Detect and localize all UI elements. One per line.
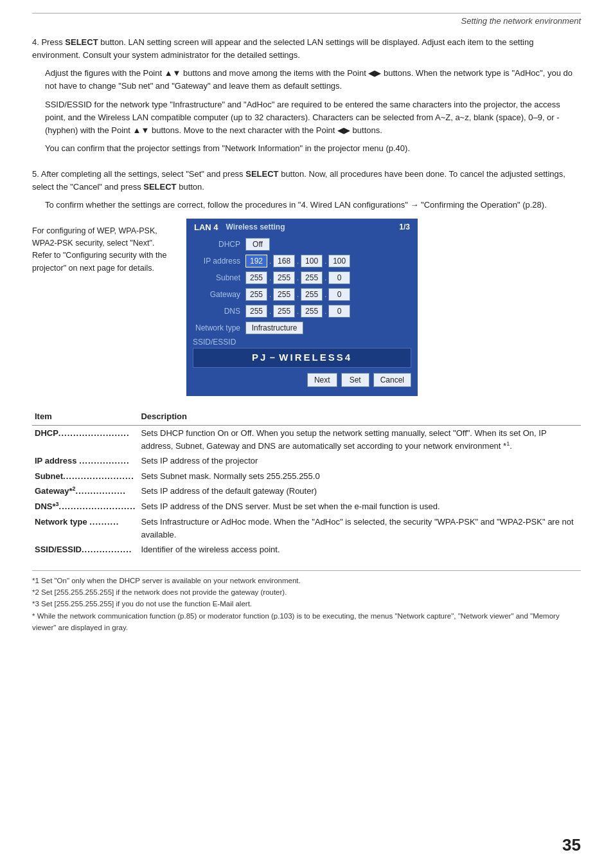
dns-octet-2[interactable]: 255 [273,305,295,318]
lan-label-ip: IP address [188,257,245,266]
lan-row-dns: DNS 255 . 255 . 255 . 0 [188,303,416,320]
table-row: Network type .......... Sets Infrastruct… [32,514,581,542]
desc-table-section: Item Description DHCP...................… [32,409,581,557]
footnotes: *1 Set "On" only when the DHCP server is… [32,570,581,634]
lan-label-dhcp: DHCP [188,240,245,249]
gw-octet-1[interactable]: 255 [245,288,267,301]
step4-para4: You can confirm that the projector setti… [45,142,581,155]
lan-label-dns: DNS [188,307,245,316]
item-dhcp: DHCP........................ [32,426,138,454]
footnote-3: *3 Set [255.255.255.255] if you do not u… [32,598,581,610]
lan-row-gateway: Gateway 255 . 255 . 255 . 0 [188,286,416,303]
subnet-octet-3[interactable]: 255 [301,271,323,284]
col-item-header: Item [32,409,138,426]
lan-row-subnet: Subnet 255 . 255 . 255 . 0 [188,269,416,286]
lan-panel-title: LAN 4 [194,222,218,232]
desc-subnet: Sets Subnet mask. Normally sets 255.255.… [138,469,581,484]
step5-para2: To confirm whether the settings are corr… [45,199,581,212]
subnet-octet-2[interactable]: 255 [273,271,295,284]
cancel-button[interactable]: Cancel [373,373,411,387]
lan-footer: Next Set Cancel [188,369,416,391]
desc-table: Item Description DHCP...................… [32,409,581,557]
lan-label-gateway: Gateway [188,290,245,299]
table-row: Subnet........................ Sets Subn… [32,469,581,484]
step4-para2: Adjust the figures with the Point ▲▼ but… [45,67,581,93]
col-desc-header: Description [138,409,581,426]
footnote-2: *2 Set [255.255.255.255] if the network … [32,586,581,598]
item-ssid: SSID/ESSID................. [32,542,138,557]
lan-value-dhcp: Off [245,238,270,251]
step5-content-row: For configuring of WEP, WPA-PSK, WPA2-PS… [32,219,581,396]
ssid-value[interactable]: PJ－WIRELESS4 [193,348,411,368]
item-gateway: Gateway*2................. [32,484,138,499]
ip-octet-4[interactable]: 100 [328,255,350,267]
set-button[interactable]: Set [341,373,369,387]
ip-octet-1[interactable]: 192 [245,255,267,267]
lan-label-ssid: SSID/ESSID [193,338,411,347]
lan-row-network-type: Network type Infrastructure [188,320,416,336]
table-row: DHCP........................ Sets DHCP f… [32,426,581,454]
table-row: DNS*3.......................... Sets IP … [32,499,581,514]
lan-panel-body: DHCP Off IP address 192 . 168 . [188,235,416,395]
table-row: IP address ................. Sets IP add… [32,453,581,469]
table-row: SSID/ESSID................. Identifier o… [32,542,581,557]
ip-octet-3[interactable]: 100 [301,255,323,267]
step4-para3: SSID/ESSID for the network type "Infrast… [45,98,581,137]
lan-row-ip: IP address 192 . 168 . 100 . 100 [188,253,416,269]
table-row: Gateway*2................. Sets IP addre… [32,484,581,499]
step4-para1: 4. Press SELECT button. LAN setting scre… [32,36,581,62]
lan-panel-subtitle: Wireless setting [226,222,400,231]
desc-ssid: Identifier of the wireless access point. [138,542,581,557]
dns-octet-3[interactable]: 255 [301,305,323,318]
table-header-row: Item Description [32,409,581,426]
lan-value-subnet: 255 . 255 . 255 . 0 [245,271,350,284]
step4-section: 4. Press SELECT button. LAN setting scre… [32,36,581,155]
next-button[interactable]: Next [307,373,337,387]
page-number: 35 [562,835,581,855]
footnote-4: * While the network communication functi… [32,610,581,634]
subnet-octet-4[interactable]: 0 [328,271,350,284]
dns-octet-1[interactable]: 255 [245,305,267,318]
step5-section: 5. After completing all the settings, se… [32,168,581,395]
lan-row-dhcp: DHCP Off [188,236,416,253]
lan-label-subnet: Subnet [188,273,245,282]
footnote-1: *1 Set "On" only when the DHCP server is… [32,575,581,586]
desc-dns: Sets IP address of the DNS server. Must … [138,499,581,514]
item-subnet: Subnet........................ [32,469,138,484]
dhcp-off-btn[interactable]: Off [245,238,270,251]
lan-panel: LAN 4 Wireless setting 1/3 DHCP Off [186,219,418,396]
desc-network-type: Sets Infrastructure or AdHoc mode. When … [138,514,581,542]
item-network-type: Network type .......... [32,514,138,542]
desc-ip: Sets IP address of the projector [138,453,581,469]
item-dns: DNS*3.......................... [32,499,138,514]
lan-panel-wrapper: LAN 4 Wireless setting 1/3 DHCP Off [186,219,581,396]
lan-value-ip: 192 . 168 . 100 . 100 [245,255,350,267]
header-title: Setting the network environment [461,16,581,26]
step5-para1: 5. After completing all the settings, se… [32,168,581,194]
lan-value-gateway: 255 . 255 . 255 . 0 [245,288,350,301]
lan-panel-page: 1/3 [399,222,410,231]
dns-octet-4[interactable]: 0 [328,305,350,318]
lan-value-dns: 255 . 255 . 255 . 0 [245,305,350,318]
gw-octet-4[interactable]: 0 [328,288,350,301]
lan-value-network-type: Infrastructure [245,321,303,334]
lan-row-ssid: SSID/ESSID PJ－WIRELESS4 [188,336,416,369]
lan-panel-header: LAN 4 Wireless setting 1/3 [188,220,416,235]
lan-label-network-type: Network type [188,323,245,332]
subnet-octet-1[interactable]: 255 [245,271,267,284]
gw-octet-3[interactable]: 255 [301,288,323,301]
gw-octet-2[interactable]: 255 [273,288,295,301]
ip-octet-2[interactable]: 168 [273,255,295,267]
item-ip: IP address ................. [32,453,138,469]
network-type-btn[interactable]: Infrastructure [245,321,303,334]
page-header: Setting the network environment [32,13,581,26]
desc-dhcp: Sets DHCP function On or Off. When you s… [138,426,581,454]
desc-gateway: Sets IP address of the default gateway (… [138,484,581,499]
step5-left-note: For configuring of WEP, WPA-PSK, WPA2-PS… [32,219,173,275]
